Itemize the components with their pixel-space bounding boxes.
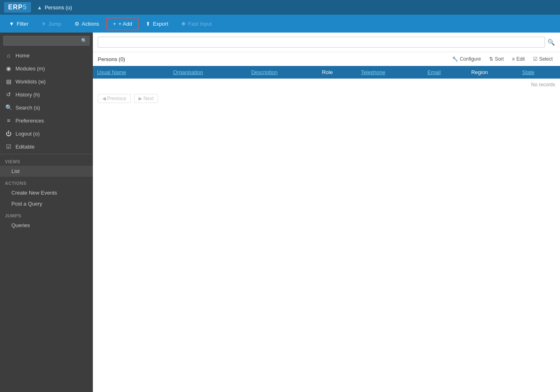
pagination: ◀ Previous ▶ Next [93, 91, 560, 106]
export-label: Export [153, 21, 168, 27]
col-telephone: Telephone [357, 66, 424, 79]
sidebar-item-worklists[interactable]: ▤ Worklists (w) [0, 75, 93, 88]
select-label: Select [539, 56, 553, 62]
editable-icon: ☑ [5, 143, 12, 150]
edit-icon: ≡ [512, 56, 515, 62]
sidebar-item-editable[interactable]: ☑ Editable [0, 140, 93, 153]
col-email-link[interactable]: Email [428, 69, 441, 75]
fast-input-icon: ✱ [181, 21, 186, 27]
sidebar-item-post-a-query[interactable]: Post a Query [0, 198, 93, 209]
toolbar: ▼ Filter ✈ Jump ⚙ Actions + + Add ⬆ Expo… [0, 15, 560, 33]
sidebar-item-list[interactable]: List [0, 166, 93, 177]
select-button[interactable]: ☑ Select [531, 55, 555, 64]
sidebar-search-icon: 🔍 [81, 38, 87, 44]
content-search-icon: 🔍 [547, 39, 555, 46]
sidebar-item-search-label: Search (s) [15, 105, 40, 111]
logo-highlight: 5 [23, 4, 27, 11]
search-bar-area: 🔍 [93, 33, 560, 52]
breadcrumb-arrow: ▲ [37, 4, 42, 11]
results-title: Persons (0) [98, 56, 125, 62]
col-telephone-link[interactable]: Telephone [361, 69, 385, 75]
breadcrumb-text: Persons (u) [45, 4, 72, 11]
results-table: Usual Name Organisation Description Role… [93, 66, 560, 91]
views-section-header: VIEWS [0, 155, 93, 166]
sidebar-item-history[interactable]: ↺ History (h) [0, 88, 93, 101]
no-records-row: No records [93, 79, 560, 91]
sidebar-item-home[interactable]: ⌂ Home [0, 49, 93, 62]
col-organisation-link[interactable]: Organisation [173, 69, 203, 75]
jump-icon: ✈ [42, 21, 46, 27]
sort-icon: ⇅ [489, 56, 493, 62]
col-email: Email [424, 66, 467, 79]
breadcrumb: ▲ Persons (u) [37, 4, 72, 11]
fast-input-label: Fast Input [188, 21, 212, 27]
add-button[interactable]: + + Add [106, 18, 138, 30]
search-nav-icon: 🔍 [5, 104, 12, 111]
col-region-text: Region [471, 69, 488, 75]
sidebar-item-logout[interactable]: ⏻ Logout (o) [0, 127, 93, 140]
next-button[interactable]: ▶ Next [134, 94, 158, 103]
sidebar-item-worklists-label: Worklists (w) [15, 79, 46, 85]
history-icon: ↺ [5, 91, 12, 98]
table-container: Usual Name Organisation Description Role… [93, 66, 560, 392]
jump-label: Jump [48, 21, 61, 27]
sidebar-item-home-label: Home [15, 53, 30, 59]
col-state-link[interactable]: State [522, 69, 534, 75]
col-organisation: Organisation [169, 66, 247, 79]
actions-section-header: ACTIONS [0, 177, 93, 187]
no-records-text: No records [93, 79, 560, 91]
content-search-input[interactable] [98, 37, 545, 48]
queries-label: Queries [11, 222, 30, 228]
sidebar-item-preferences-label: Preferences [15, 118, 44, 124]
sidebar-item-history-label: History (h) [15, 92, 40, 98]
content-search-button[interactable]: 🔍 [547, 39, 555, 46]
add-icon: + [113, 21, 116, 27]
actions-button[interactable]: ⚙ Actions [69, 18, 105, 29]
content-area: 🔍 Persons (0) 🔧 Configure ⇅ Sort ≡ Edit [93, 33, 560, 392]
select-icon: ☑ [533, 56, 538, 62]
sidebar-item-search[interactable]: 🔍 Search (s) [0, 101, 93, 114]
col-usual-name-link[interactable]: Usual Name [97, 69, 126, 75]
sort-label: Sort [495, 56, 504, 62]
sidebar-item-preferences[interactable]: ≡ Preferences [0, 114, 93, 127]
sidebar-search-input[interactable] [3, 36, 90, 46]
filter-button[interactable]: ▼ Filter [3, 18, 34, 29]
sidebar-item-logout-label: Logout (o) [15, 131, 40, 137]
sort-button[interactable]: ⇅ Sort [487, 55, 506, 64]
actions-label: Actions [82, 21, 99, 27]
col-role-text: Role [322, 69, 333, 75]
top-header: ERP5 ▲ Persons (u) [0, 0, 560, 15]
sidebar-item-queries[interactable]: Queries [0, 220, 93, 231]
col-usual-name: Usual Name [93, 66, 169, 79]
preferences-icon: ≡ [5, 117, 12, 124]
export-icon: ⬆ [146, 21, 150, 27]
home-icon: ⌂ [5, 52, 12, 59]
col-description: Description [247, 66, 318, 79]
configure-button[interactable]: 🔧 Configure [450, 55, 483, 64]
sidebar-item-create-new-events[interactable]: Create New Events [0, 187, 93, 198]
jump-button[interactable]: ✈ Jump [36, 18, 67, 29]
filter-icon: ▼ [9, 21, 14, 27]
configure-label: Configure [460, 56, 481, 62]
col-role: Role [318, 66, 357, 79]
create-new-events-label: Create New Events [11, 190, 57, 196]
sidebar: 🔍 ⌂ Home ◉ Modules (m) ▤ Worklists (w) ↺… [0, 33, 93, 392]
sidebar-item-modules-label: Modules (m) [15, 66, 45, 72]
actions-icon: ⚙ [75, 21, 79, 27]
main-layout: 🔍 ⌂ Home ◉ Modules (m) ▤ Worklists (w) ↺… [0, 33, 560, 392]
edit-button[interactable]: ≡ Edit [509, 55, 527, 64]
col-state: State [518, 66, 560, 79]
sidebar-item-modules[interactable]: ◉ Modules (m) [0, 62, 93, 75]
filter-label: Filter [17, 21, 29, 27]
col-region: Region [467, 66, 518, 79]
sidebar-list-label: List [11, 168, 20, 174]
sidebar-search-area: 🔍 [0, 33, 93, 49]
logout-icon: ⏻ [5, 130, 12, 137]
fast-input-button[interactable]: ✱ Fast Input [176, 18, 217, 29]
previous-button[interactable]: ◀ Previous [98, 94, 131, 103]
col-description-link[interactable]: Description [251, 69, 278, 75]
erp5-logo[interactable]: ERP5 [4, 2, 31, 13]
export-button[interactable]: ⬆ Export [140, 18, 174, 29]
post-a-query-label: Post a Query [11, 201, 42, 207]
jumps-section-header: JUMPS [0, 209, 93, 220]
